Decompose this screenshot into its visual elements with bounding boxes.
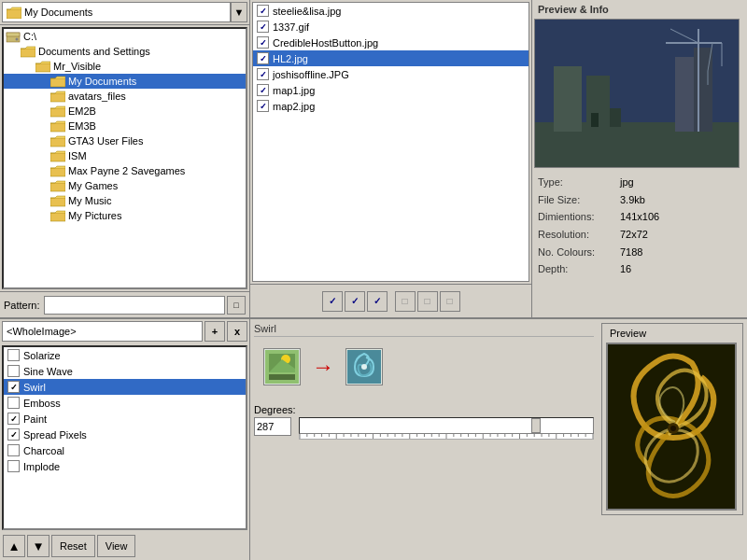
tree-item-label: My Music xyxy=(68,195,111,206)
effect-checkbox-solarize[interactable] xyxy=(7,349,20,361)
tree-item-mr_visible[interactable]: Mr_Visible xyxy=(4,59,246,74)
tree-item-my_documents[interactable]: My Documents xyxy=(4,74,246,89)
pattern-clear-btn[interactable]: □ xyxy=(227,296,246,315)
effect-label-paint: Paint xyxy=(23,413,47,425)
effects-panel: <WholeImage> + x SolarizeSine WaveSwirlE… xyxy=(0,319,250,560)
svg-point-3 xyxy=(16,38,19,41)
effects-dropdown[interactable]: <WholeImage> xyxy=(2,321,203,342)
info-row-resolution: Resolution: 72x72 xyxy=(538,226,741,244)
svg-rect-8 xyxy=(50,108,65,117)
file-toolbar: ✓ ✓ ✓ □ □ □ xyxy=(250,284,531,317)
file-checkbox-map2[interactable] xyxy=(257,100,269,112)
preview-title: Preview & Info xyxy=(534,2,745,17)
file-item-map2[interactable]: map2.jpg xyxy=(253,98,529,114)
info-label-type: Type: xyxy=(538,174,613,191)
file-item-steelie[interactable]: steelie&lisa.jpg xyxy=(253,3,529,19)
folder-icon xyxy=(50,149,65,162)
effects-up-btn[interactable]: ▲ xyxy=(3,535,25,557)
effect-item-sinewave[interactable]: Sine Wave xyxy=(4,363,246,379)
check-btn-1[interactable]: ✓ xyxy=(322,291,343,312)
tree-item-my_music[interactable]: My Music xyxy=(4,193,246,208)
effects-dropdown-label: <WholeImage> xyxy=(7,326,77,337)
effects-add-btn[interactable]: + xyxy=(204,321,225,342)
pattern-input[interactable] xyxy=(44,296,225,315)
effect-checkbox-charcoal[interactable] xyxy=(7,444,20,456)
svg-rect-14 xyxy=(50,198,65,206)
tree-item-docs_settings[interactable]: Documents and Settings xyxy=(4,44,246,59)
info-row-depth: Depth: 16 xyxy=(538,260,741,278)
tree-item-gta3[interactable]: GTA3 User Files xyxy=(4,133,246,148)
tree-item-label: C:\ xyxy=(23,31,36,42)
effects-reset-btn[interactable]: Reset xyxy=(51,535,95,557)
folder-dropdown[interactable]: My Documents xyxy=(2,2,231,22)
slider-handle[interactable] xyxy=(531,418,541,433)
tree-item-c_drive[interactable]: C:\ xyxy=(4,29,246,44)
file-item-gif1337[interactable]: 1337.gif xyxy=(253,19,529,35)
info-label-colours: No. Colours: xyxy=(538,244,613,261)
svg-point-81 xyxy=(670,426,676,431)
effects-remove-btn[interactable]: x xyxy=(227,321,247,342)
effect-item-emboss[interactable]: Emboss xyxy=(4,395,246,411)
file-checkbox-credible[interactable] xyxy=(257,36,269,49)
file-checkbox-joshisoffline[interactable] xyxy=(257,68,269,80)
effect-label-solarize: Solarize xyxy=(23,350,61,361)
tree-item-max_payne[interactable]: Max Payne 2 Savegames xyxy=(4,163,246,178)
tree-item-em3b[interactable]: EM3B xyxy=(4,119,246,133)
file-item-hl2[interactable]: HL2.jpg xyxy=(253,50,529,66)
effect-checkbox-paint[interactable] xyxy=(7,413,20,425)
file-checkbox-steelie[interactable] xyxy=(257,5,269,17)
svg-rect-12 xyxy=(50,168,65,176)
effect-item-swirl[interactable]: Swirl xyxy=(4,379,246,395)
effects-down-btn[interactable]: ▼ xyxy=(27,535,49,557)
effect-item-implode[interactable]: Implode xyxy=(4,458,246,474)
effect-checkbox-spreadpixels[interactable] xyxy=(7,428,20,441)
effect-preview-image xyxy=(606,343,737,511)
effect-checkbox-implode[interactable] xyxy=(7,460,20,472)
tree-item-my_pictures[interactable]: My Pictures xyxy=(4,208,246,223)
svg-rect-2 xyxy=(7,33,20,36)
file-checkbox-hl2[interactable] xyxy=(257,52,269,64)
tree-item-em2b[interactable]: EM2B xyxy=(4,104,246,119)
file-checkbox-map1[interactable] xyxy=(257,84,269,96)
file-name-gif1337: 1337.gif xyxy=(273,21,309,33)
tree-item-ism[interactable]: ISM xyxy=(4,148,246,163)
file-item-credible[interactable]: CredibleHostButton.jpg xyxy=(253,35,529,50)
uncheck-btn-2[interactable]: □ xyxy=(417,291,438,312)
check-btn-2[interactable]: ✓ xyxy=(345,291,365,312)
info-row-size: File Size: 3.9kb xyxy=(538,191,741,209)
file-item-joshisoffline[interactable]: joshisoffline.JPG xyxy=(253,66,529,82)
tree-item-label: Documents and Settings xyxy=(38,46,150,57)
info-label-resolution: Resolution: xyxy=(538,226,613,244)
tree-item-my_games[interactable]: My Games xyxy=(4,178,246,193)
effect-label-emboss: Emboss xyxy=(23,398,61,409)
file-name-credible: CredibleHostButton.jpg xyxy=(273,37,378,49)
file-item-map1[interactable]: map1.jpg xyxy=(253,82,529,98)
folder-icon xyxy=(50,179,65,192)
tree-item-avatars_files[interactable]: avatars_files xyxy=(4,89,246,104)
effect-checkbox-sinewave[interactable] xyxy=(7,365,20,377)
swirl-preview-svg xyxy=(608,344,737,511)
effect-item-paint[interactable]: Paint xyxy=(4,411,246,427)
effect-checkbox-emboss[interactable] xyxy=(7,397,20,409)
file-info: Type: jpg File Size: 3.9kb Dimientions: … xyxy=(534,170,745,282)
uncheck-btn-1[interactable]: □ xyxy=(395,291,416,312)
folder-dropdown-bar: My Documents ▼ xyxy=(0,0,249,25)
uncheck-all-group: □ □ □ xyxy=(395,291,460,312)
svg-rect-34 xyxy=(269,374,295,380)
info-label-dimensions: Dimientions: xyxy=(538,208,613,226)
effect-item-spreadpixels[interactable]: Spread Pixels xyxy=(4,427,246,442)
file-checkbox-gif1337[interactable] xyxy=(257,21,269,33)
effect-item-charcoal[interactable]: Charcoal xyxy=(4,442,246,458)
svg-rect-10 xyxy=(50,138,65,147)
effects-view-btn[interactable]: View xyxy=(97,535,136,557)
uncheck-btn-3[interactable]: □ xyxy=(440,291,460,312)
preview-scene-svg xyxy=(535,20,740,168)
effect-item-solarize[interactable]: Solarize xyxy=(4,347,246,363)
check-btn-3[interactable]: ✓ xyxy=(367,291,388,312)
effect-checkbox-swirl[interactable] xyxy=(7,381,20,393)
degrees-slider[interactable]: // ticks rendered via JS below xyxy=(299,417,594,436)
folder-icon xyxy=(50,194,65,207)
degrees-input[interactable]: 287 xyxy=(254,417,291,436)
pattern-label: Pattern: xyxy=(4,300,40,311)
folder-dropdown-arrow[interactable]: ▼ xyxy=(231,2,247,22)
